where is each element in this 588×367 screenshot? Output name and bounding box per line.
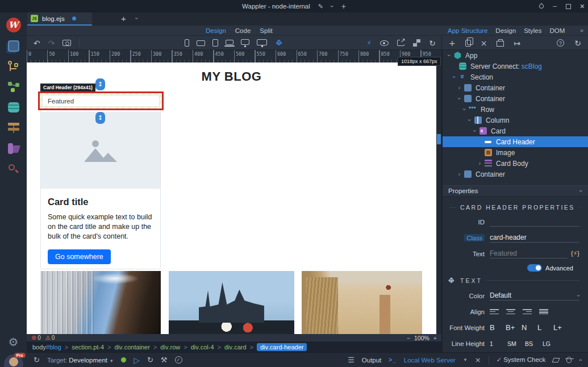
blog-photo-cathedral[interactable] — [40, 271, 161, 334]
wappler-logo-icon[interactable]: W — [6, 18, 21, 32]
refresh-structure-icon[interactable]: ↻ — [574, 39, 581, 48]
error-icon[interactable]: ⊗ — [31, 334, 36, 341]
user-avatar[interactable]: Pro — [4, 355, 23, 367]
tab-design[interactable]: Design — [206, 27, 226, 34]
drag-handle-top[interactable]: ↕ — [95, 78, 105, 90]
delete-element-icon[interactable]: × — [481, 39, 487, 48]
tree-chevron-icon[interactable]: › — [461, 106, 468, 113]
sync-target-icon[interactable]: ↻ — [34, 356, 40, 364]
font-weight-option[interactable]: B — [490, 323, 506, 332]
align-center-icon[interactable] — [506, 308, 515, 315]
expand-panel-chevron-icon[interactable]: › — [577, 359, 583, 361]
redo-icon[interactable]: ↷ — [48, 39, 55, 48]
new-project-icon[interactable]: + — [341, 2, 346, 11]
preview-eye-icon[interactable] — [380, 40, 389, 46]
close-button[interactable]: × — [580, 3, 585, 10]
clear-eraser-icon[interactable] — [552, 358, 560, 362]
run-play-icon[interactable]: ▷ — [134, 356, 140, 365]
selected-card-header[interactable]: Featured — [38, 91, 164, 110]
build-hammer-icon[interactable]: ⚒ — [161, 356, 168, 364]
qr-code-icon[interactable] — [413, 39, 420, 47]
class-input[interactable]: card-header — [490, 233, 579, 243]
tree-node-container[interactable]: ›Container — [443, 82, 588, 93]
page-title[interactable]: MY BLOG — [27, 69, 436, 84]
blog-photo-desert[interactable] — [302, 271, 422, 334]
class-label-chip[interactable]: Class — [464, 234, 485, 241]
tab-app-structure[interactable]: App Structure — [448, 27, 487, 34]
modified-dot-icon[interactable] — [72, 16, 76, 20]
font-weight-option[interactable]: L — [537, 323, 553, 332]
properties-header[interactable]: Properties › — [443, 185, 588, 197]
search-icon[interactable] — [9, 164, 19, 174]
id-input[interactable] — [490, 217, 579, 227]
tree-chevron-icon[interactable]: › — [456, 85, 463, 91]
font-weight-option[interactable]: B+ — [506, 323, 522, 332]
tab-styles[interactable]: Styles — [524, 27, 541, 34]
free-resize-icon[interactable] — [274, 39, 283, 48]
validate-check-icon[interactable]: ✓ — [175, 356, 182, 364]
tree-node-container[interactable]: ›Container — [443, 169, 588, 180]
tree-chevron-icon[interactable]: › — [446, 52, 452, 59]
card-body[interactable]: Card title Some quick example text to bu… — [41, 189, 160, 264]
database-icon[interactable] — [8, 102, 19, 112]
local-web-server-label[interactable]: Local Web Server — [404, 357, 456, 364]
tree-node-link[interactable]: scBlog — [522, 62, 542, 70]
zoom-in-button[interactable]: + — [433, 335, 437, 341]
tab-list-chevron-icon[interactable]: › — [134, 18, 140, 19]
align-left-icon[interactable] — [490, 308, 499, 315]
tree-node-row[interactable]: ›Row — [443, 104, 588, 115]
server-dropdown-chevron-icon[interactable]: ▼ — [463, 357, 468, 362]
system-check-label[interactable]: System Check — [503, 356, 545, 363]
align-justify-icon[interactable] — [539, 308, 548, 315]
stop-server-icon[interactable]: × — [475, 356, 481, 364]
screenshot-camera-icon[interactable] — [62, 40, 71, 46]
scrollbar-thumb[interactable] — [437, 134, 441, 144]
design-canvas[interactable]: MY BLOG Card Header (294x41) ↕ Card titl… — [27, 62, 436, 334]
tree-node-container[interactable]: ›Container — [443, 93, 588, 104]
debug-bug-icon[interactable] — [566, 357, 572, 363]
drag-handle-bottom[interactable]: ↕ — [95, 112, 105, 124]
card-title[interactable]: Card title — [48, 197, 153, 207]
tab-split[interactable]: Split — [260, 27, 272, 34]
tab-code[interactable]: Code — [235, 27, 251, 34]
breadcrumb-segment[interactable]: div.row — [160, 344, 180, 351]
restart-server-icon[interactable]: ↻ — [147, 356, 153, 364]
drag-section-icon[interactable] — [447, 276, 456, 285]
text-input[interactable]: Featured — [490, 249, 568, 258]
tree-node-card-header[interactable]: Card Header — [443, 136, 588, 147]
line-height-option[interactable]: LG — [543, 340, 560, 347]
laptop-preview-icon[interactable] — [226, 40, 233, 45]
breadcrumb-segment[interactable]: div.col-4 — [191, 344, 214, 351]
color-select[interactable]: Default › — [490, 291, 579, 301]
archive-icon[interactable] — [497, 41, 504, 47]
card-header-text[interactable]: Featured — [42, 95, 160, 107]
font-weight-option[interactable]: N — [522, 323, 537, 332]
desktop-preview-icon[interactable] — [241, 39, 249, 45]
refresh-canvas-icon[interactable]: ↻ — [429, 39, 436, 48]
theme-droplet-icon[interactable] — [538, 3, 544, 9]
tree-node-server-connect-[interactable]: Server Connect:scBlog — [443, 61, 588, 72]
git-icon[interactable] — [8, 61, 19, 72]
blog-photo-barcelona[interactable] — [169, 271, 294, 334]
dynamic-binding-icon[interactable]: {⚡} — [571, 250, 579, 257]
tree-chevron-icon[interactable]: › — [456, 171, 463, 177]
output-menu-icon[interactable]: ☰ — [348, 356, 355, 364]
duplicate-icon[interactable] — [465, 40, 471, 47]
tree-node-app[interactable]: ›App — [443, 50, 588, 61]
styles-palette-icon[interactable] — [8, 143, 19, 154]
tab-panel-design[interactable]: Design — [495, 27, 516, 34]
output-label[interactable]: Output — [362, 357, 382, 364]
breadcrumb-segment[interactable]: div.card-header — [257, 343, 307, 351]
tree-chevron-icon[interactable]: › — [466, 116, 473, 124]
new-tab-button[interactable]: + — [121, 14, 126, 23]
tree-chevron-icon[interactable]: › — [451, 73, 457, 81]
tree-chevron-icon[interactable]: › — [456, 95, 462, 102]
font-weight-option[interactable]: L+ — [553, 323, 569, 332]
tree-node-column[interactable]: ›Column — [443, 115, 588, 126]
phone-preview-icon[interactable] — [185, 39, 189, 47]
line-height-option[interactable]: 1 — [490, 340, 507, 347]
settings-gear-icon[interactable]: ⚙ — [9, 335, 19, 349]
tree-node-card-body[interactable]: ›Card Body — [443, 158, 588, 169]
breadcrumb-segment[interactable]: div.container — [115, 344, 150, 351]
breadcrumb-segment[interactable]: div.card — [224, 344, 247, 351]
